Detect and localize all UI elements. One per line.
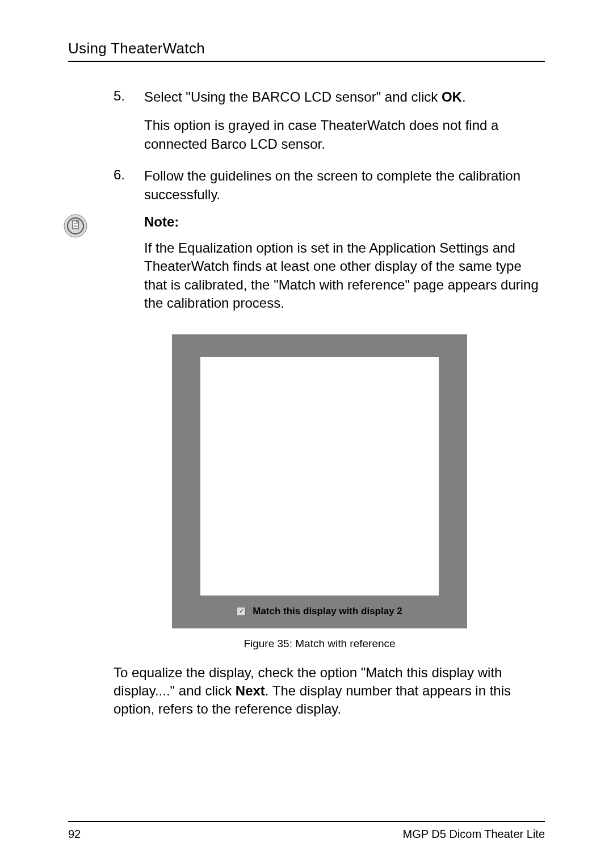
step-number: 6.	[114, 167, 144, 204]
step-text-post: .	[462, 89, 466, 104]
step-text: Follow the guidelines on the screen to c…	[144, 167, 545, 204]
after-paragraph: To equalize the display, check the optio…	[114, 664, 545, 719]
note-block: Note: If the Equalization option is set …	[114, 214, 545, 329]
footer-rule	[68, 821, 545, 822]
figure-caption: Figure 35: Match with reference	[94, 638, 545, 650]
footer-doc-title: MGP D5 Dicom Theater Lite	[403, 828, 545, 841]
page-footer: 92 MGP D5 Dicom Theater Lite	[68, 821, 545, 841]
figure-bar-text: Match this display with display 2	[253, 606, 402, 617]
note-text: If the Equalization option is set in the…	[144, 239, 545, 313]
figure-outer-frame: ✓ Match this display with display 2	[172, 334, 467, 628]
figure-control-bar: ✓ Match this display with display 2	[172, 596, 467, 628]
content-area: 5. Select "Using the BARCO LCD sensor" a…	[68, 88, 545, 719]
match-checkbox[interactable]: ✓	[237, 607, 246, 616]
step-item: 6. Follow the guidelines on the screen t…	[114, 167, 545, 204]
step-subtext: This option is grayed in case TheaterWat…	[144, 116, 545, 153]
step-text-pre: Select "Using the BARCO LCD sensor" and …	[144, 89, 442, 104]
step-text-pre: Follow the guidelines on the screen to c…	[144, 168, 520, 202]
footer-page-number: 92	[68, 828, 81, 841]
step-text-bold: OK	[442, 89, 462, 104]
page-title: Using TheaterWatch	[68, 40, 545, 57]
footer-row: 92 MGP D5 Dicom Theater Lite	[68, 828, 545, 841]
note-document-icon	[64, 214, 87, 240]
note-label: Note:	[144, 214, 545, 230]
after-bold: Next	[236, 683, 265, 698]
step-item: 5. Select "Using the BARCO LCD sensor" a…	[114, 88, 545, 106]
step-number: 5.	[114, 88, 144, 106]
step-text: Select "Using the BARCO LCD sensor" and …	[144, 88, 466, 106]
figure-container: ✓ Match this display with display 2	[94, 334, 545, 628]
note-body: Note: If the Equalization option is set …	[144, 214, 545, 329]
header-rule	[68, 61, 545, 62]
figure-inner-white	[200, 357, 439, 596]
page-container: Using TheaterWatch 5. Select "Using the …	[0, 0, 613, 741]
